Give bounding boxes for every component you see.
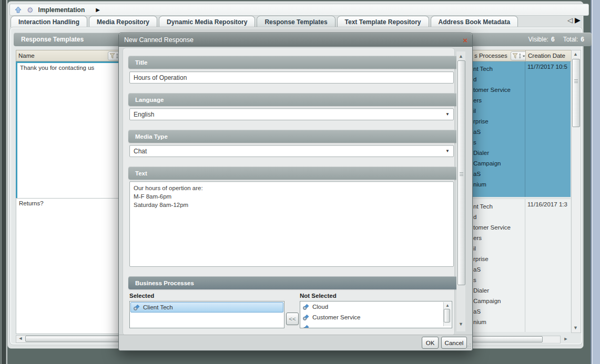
scroll-up-icon[interactable]: ▲ <box>445 304 450 308</box>
breadcrumb: ⚙ Implementation ▶ <box>9 4 589 16</box>
process-name-fragment: rprise <box>473 254 524 264</box>
process-name-fragment: d <box>473 212 524 222</box>
creation-date-cell: 11/16/2017 1:3 <box>527 201 571 207</box>
creation-date-cell: 11/7/2017 10:5 <box>527 64 571 70</box>
business-process-label: Customer Service <box>312 314 360 320</box>
dialog-footer: OK Cancel <box>119 335 472 350</box>
creation-date-column-header[interactable]: Creation Date <box>525 50 576 61</box>
left-hscrollbar-thumb[interactable] <box>25 336 123 342</box>
scroll-down-icon[interactable]: ▼ <box>458 322 464 327</box>
process-name-fragment: rprise <box>473 116 524 127</box>
business-processes-section-header: Business Processes <box>128 276 461 289</box>
language-dropdown[interactable]: English ▼ <box>129 108 454 120</box>
process-name-fragment: ers <box>473 95 524 106</box>
process-name-fragment: d <box>473 74 524 85</box>
business-process-list-item[interactable]: Client Tech <box>130 302 283 313</box>
scroll-left-icon[interactable]: ◄ <box>17 336 24 341</box>
scroll-up-icon[interactable]: ▲ <box>458 54 464 59</box>
visible-count-value: 6 <box>551 36 555 43</box>
scroll-up-icon[interactable]: ▲ <box>573 52 578 57</box>
title-input[interactable]: Hours of Operation <box>129 71 454 84</box>
process-name-fragment: tomer Service <box>473 85 524 95</box>
process-name-fragment: il <box>473 106 524 116</box>
dialog-title: New Canned Response <box>124 36 194 44</box>
tab-interaction-handling[interactable]: Interaction Handling <box>11 16 87 27</box>
right-vscrollbar-thumb[interactable] <box>572 59 580 127</box>
business-process-list-item[interactable]: Customer Service <box>300 312 452 323</box>
up-arrow-icon[interactable] <box>14 6 22 13</box>
scroll-down-icon[interactable]: ▼ <box>573 326 578 330</box>
window-frame-left <box>0 0 7 364</box>
process-name-fragment: il <box>473 243 524 254</box>
window-frame-right <box>591 0 600 364</box>
dropdown-caret-icon: ▼ <box>445 112 450 117</box>
process-name-fragment: s <box>473 275 524 285</box>
processes-column-header[interactable]: s Processes <box>472 50 530 61</box>
tab-scroll-left-icon[interactable]: ◁ <box>567 16 573 24</box>
total-count-value: 6 <box>581 36 584 43</box>
table-row[interactable]: nt Techdtomer ServiceersilrpriseaSsDiale… <box>472 61 571 197</box>
expand-arrow-icon[interactable]: ▶ <box>96 7 100 13</box>
text-textarea[interactable]: Our hours of opertion are: M-F 8am-6pm S… <box>129 181 454 267</box>
breadcrumb-title[interactable]: Implementation <box>38 6 85 14</box>
scroll-right-icon[interactable]: ► <box>563 337 569 341</box>
business-process-icon <box>133 304 140 311</box>
language-section-header: Language <box>128 93 461 106</box>
media-type-section-header: Media Type <box>128 130 461 143</box>
process-name-fragment: tomer Service <box>473 222 524 233</box>
business-process-label: Cloud <box>312 304 328 310</box>
process-name-fragment: Campaign <box>473 296 524 306</box>
process-name-fragment: aS <box>473 169 524 179</box>
table-row[interactable]: nt Techdtomer ServiceersilrpriseaSsDiale… <box>472 199 571 332</box>
not-selected-list-label: Not Selected <box>300 293 337 299</box>
tab-response-templates[interactable]: Response Templates <box>257 16 335 27</box>
title-section-header: Title <box>128 56 461 69</box>
process-name-fragment: Campaign <box>473 158 524 169</box>
business-process-icon <box>302 314 309 321</box>
resize-grip-icon[interactable] <box>464 342 471 349</box>
move-left-button[interactable]: << <box>286 313 299 325</box>
process-name-fragment: Dialer <box>473 285 524 296</box>
visible-count-label: Visible: <box>528 36 548 43</box>
template-name-cell[interactable]: Returns? <box>16 198 127 334</box>
text-section-header: Text <box>128 167 461 180</box>
dropdown-caret-icon: ▼ <box>445 149 450 153</box>
tab-scroll-right-icon[interactable]: ▶ <box>575 16 581 24</box>
process-name-fragment: Dialer <box>473 148 524 158</box>
tab-address-book-metadata[interactable]: Address Book Metadata <box>431 16 518 27</box>
selected-processes-list[interactable]: Client Tech <box>129 301 284 328</box>
name-column-header[interactable]: Name <box>16 50 127 61</box>
selected-list-label: Selected <box>129 293 154 299</box>
media-type-dropdown[interactable]: Chat ▼ <box>129 145 454 157</box>
column-divider <box>525 61 525 197</box>
process-name-fragment: nium <box>473 317 524 327</box>
dialog-vscrollbar-thumb[interactable] <box>457 60 465 285</box>
close-icon[interactable]: × <box>463 36 467 44</box>
template-name-cell[interactable]: Thank you for contacting us <box>16 61 127 200</box>
business-process-list-item[interactable]: Cloud <box>300 301 452 312</box>
tab-bar: Interaction Handling Media Repository Dy… <box>11 16 520 27</box>
new-canned-response-dialog: New Canned Response × Title Hours of Ope… <box>118 33 473 351</box>
process-name-fragment: aS <box>473 264 524 275</box>
gear-icon[interactable]: ⚙ <box>27 6 34 14</box>
dialog-titlebar[interactable]: New Canned Response × <box>119 33 472 47</box>
not-selected-processes-list[interactable]: ▲ CloudCustomer Service <box>300 301 452 328</box>
process-name-fragment: aS <box>473 306 524 317</box>
tab-dynamic-media-repository[interactable]: Dynamic Media Repository <box>159 16 255 27</box>
cancel-button[interactable]: Cancel <box>441 337 467 349</box>
process-name-fragment: nt Tech <box>473 201 524 212</box>
ok-button[interactable]: OK <box>422 337 439 349</box>
panel-title: Response Templates <box>21 36 84 43</box>
tab-media-repository[interactable]: Media Repository <box>89 16 157 27</box>
not-selected-scrollbar-thumb[interactable] <box>444 309 450 323</box>
process-name-fragment: aS <box>473 127 524 137</box>
business-process-icon <box>302 304 309 310</box>
process-name-fragment: ers <box>473 233 524 243</box>
business-process-label: Client Tech <box>143 304 173 310</box>
business-process-list-item[interactable] <box>300 323 452 328</box>
right-hscrollbar-thumb[interactable] <box>472 336 543 342</box>
column-divider <box>525 199 525 332</box>
tab-text-template-repository[interactable]: Text Template Repository <box>337 16 429 27</box>
process-name-fragment: nium <box>473 179 524 190</box>
process-name-fragment: nt Tech <box>473 64 524 74</box>
